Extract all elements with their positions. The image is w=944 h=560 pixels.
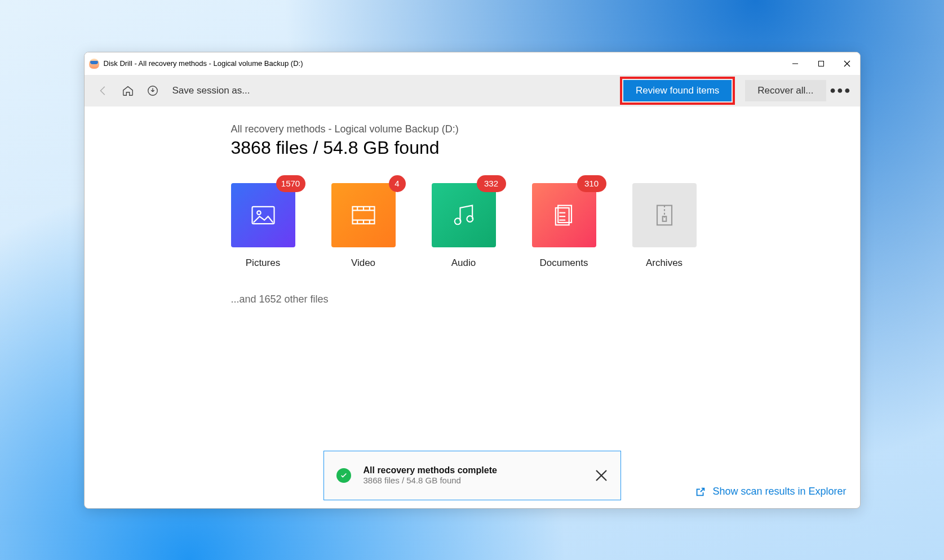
svg-rect-1 bbox=[818, 61, 823, 66]
audio-tile bbox=[432, 183, 496, 247]
arrow-left-icon bbox=[97, 85, 109, 97]
image-icon bbox=[249, 201, 278, 230]
category-label: Video bbox=[331, 257, 396, 269]
pictures-tile bbox=[231, 183, 295, 247]
titlebar: Disk Drill - All recovery methods - Logi… bbox=[85, 52, 860, 75]
review-found-items-button[interactable]: Review found items bbox=[623, 80, 732, 101]
save-session-button[interactable]: Save session as... bbox=[167, 85, 256, 96]
category-label: Audio bbox=[432, 257, 496, 269]
close-icon bbox=[844, 60, 850, 67]
svg-rect-23 bbox=[657, 205, 672, 225]
toast-title: All recovery methods complete bbox=[364, 465, 497, 475]
check-icon bbox=[336, 468, 351, 483]
film-icon bbox=[349, 201, 378, 230]
category-archives[interactable]: Archives bbox=[632, 183, 697, 269]
maximize-button[interactable] bbox=[808, 52, 834, 75]
other-files-text: ...and 1652 other files bbox=[231, 294, 860, 305]
svg-point-6 bbox=[257, 211, 261, 215]
category-pictures[interactable]: 1570 Pictures bbox=[231, 183, 295, 269]
breadcrumb: All recovery methods - Logical volume Ba… bbox=[231, 123, 860, 135]
back-button[interactable] bbox=[92, 80, 114, 101]
badge-audio: 332 bbox=[477, 175, 506, 192]
toast-subtitle: 3868 files / 54.8 GB found bbox=[364, 475, 497, 485]
explorer-link-text: Show scan results in Explorer bbox=[712, 486, 846, 497]
category-label: Pictures bbox=[231, 257, 295, 269]
recover-all-button[interactable]: Recover all... bbox=[745, 80, 826, 101]
document-icon bbox=[549, 201, 579, 230]
download-icon bbox=[147, 85, 159, 97]
external-link-icon bbox=[694, 486, 707, 498]
home-icon bbox=[122, 85, 134, 97]
window-controls bbox=[782, 52, 860, 75]
download-button[interactable] bbox=[142, 80, 163, 101]
badge-video: 4 bbox=[389, 175, 406, 192]
category-label: Documents bbox=[532, 257, 596, 269]
toast-close-button[interactable] bbox=[595, 469, 608, 482]
minimize-button[interactable] bbox=[782, 52, 808, 75]
app-window: Disk Drill - All recovery methods - Logi… bbox=[84, 52, 861, 509]
ellipsis-icon: ●●● bbox=[830, 85, 852, 96]
close-button[interactable] bbox=[834, 52, 860, 75]
app-icon bbox=[89, 59, 99, 69]
home-button[interactable] bbox=[117, 80, 139, 101]
maximize-icon bbox=[818, 60, 825, 67]
summary-heading: 3868 files / 54.8 GB found bbox=[231, 137, 860, 158]
category-video[interactable]: 4 Video bbox=[331, 183, 396, 269]
documents-tile bbox=[532, 183, 596, 247]
category-audio[interactable]: 332 Audio bbox=[432, 183, 496, 269]
category-grid: 1570 Pictures 4 bbox=[231, 183, 860, 269]
music-icon bbox=[449, 201, 478, 230]
show-in-explorer-link[interactable]: Show scan results in Explorer bbox=[694, 486, 846, 498]
toast-message: All recovery methods complete 3868 files… bbox=[364, 465, 497, 485]
content-area: All recovery methods - Logical volume Ba… bbox=[85, 106, 860, 508]
archives-tile bbox=[632, 183, 697, 247]
window-title: Disk Drill - All recovery methods - Logi… bbox=[104, 59, 782, 68]
completion-toast: All recovery methods complete 3868 files… bbox=[323, 451, 621, 500]
toolbar: Save session as... Review found items Re… bbox=[85, 75, 860, 106]
archive-icon bbox=[650, 201, 679, 230]
category-documents[interactable]: 310 Documents bbox=[532, 183, 596, 269]
minimize-icon bbox=[792, 60, 799, 67]
category-label: Archives bbox=[632, 257, 697, 269]
close-icon bbox=[595, 469, 608, 482]
video-tile bbox=[331, 183, 396, 247]
badge-pictures: 1570 bbox=[276, 175, 305, 192]
badge-documents: 310 bbox=[577, 175, 606, 192]
more-menu-button[interactable]: ●●● bbox=[830, 79, 852, 102]
